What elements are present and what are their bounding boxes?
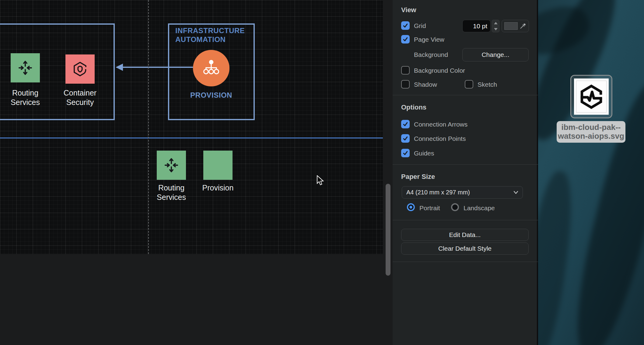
checkmark-icon	[402, 135, 408, 141]
connection-points-label: Connection Points	[414, 135, 466, 142]
section-divider	[393, 95, 538, 95]
provision-hierarchy-icon	[201, 58, 221, 78]
wallpaper-shape	[538, 169, 579, 345]
background-change-button[interactable]: Change...	[462, 48, 529, 61]
grid-size-stepper[interactable]	[492, 20, 499, 32]
paper-size-dropdown[interactable]: A4 (210 mm x 297 mm)	[402, 186, 523, 199]
node-provision-2[interactable]	[203, 151, 233, 180]
options-section-header: Options	[401, 103, 426, 111]
page-grid-area[interactable]: Routing Services Container Security I	[0, 0, 383, 254]
label-routing-services: Routing Services	[0, 88, 51, 107]
view-section-header: View	[401, 6, 416, 14]
format-panel: View Grid 10 pt	[393, 0, 538, 345]
guides-checkbox[interactable]	[401, 149, 410, 157]
edit-data-button[interactable]: Edit Data...	[401, 229, 529, 241]
section-divider	[393, 262, 538, 262]
label-provision: PROVISION	[181, 91, 242, 99]
portrait-label: Portrait	[419, 204, 440, 212]
grid-color-button[interactable]	[502, 20, 529, 32]
mouse-cursor	[317, 175, 324, 186]
landscape-label: Landscape	[464, 204, 495, 212]
background-label: Background	[414, 51, 448, 58]
desktop-wallpaper: ibm-cloud-pak-- watson-aiops.svg	[538, 0, 644, 345]
page-view-checkbox[interactable]	[401, 35, 410, 44]
vertical-scrollbar[interactable]	[386, 184, 390, 276]
node-container-security[interactable]	[65, 54, 95, 84]
checkmark-icon	[402, 121, 408, 127]
guides-label: Guides	[414, 150, 434, 157]
background-color-label: Background Color	[414, 67, 465, 74]
connection-arrows-checkbox[interactable]	[401, 120, 410, 128]
section-divider	[393, 164, 538, 165]
shadow-label: Shadow	[414, 81, 437, 88]
sketch-label: Sketch	[478, 81, 497, 88]
svg-file-preview	[574, 78, 609, 115]
drawing-canvas[interactable]: Routing Services Container Security I	[0, 0, 393, 345]
screen: Routing Services Container Security I	[0, 0, 644, 345]
page-view-label: Page View	[414, 36, 444, 43]
grid-color-swatch	[504, 22, 518, 30]
portrait-radio[interactable]	[407, 203, 415, 211]
grid-size-input[interactable]: 10 pt	[462, 20, 491, 32]
stepper-down-button[interactable]	[492, 26, 499, 32]
aiops-hexagon-pulse-icon	[579, 84, 604, 110]
container-security-icon	[72, 61, 89, 78]
checkmark-icon	[402, 36, 408, 42]
sketch-checkbox[interactable]	[465, 80, 473, 89]
connection-points-checkbox[interactable]	[401, 134, 410, 143]
desktop-file-icon[interactable]	[570, 75, 612, 118]
background-color-checkbox[interactable]	[401, 66, 410, 75]
section-divider	[393, 220, 538, 220]
svg-file-preview-border	[576, 81, 607, 113]
label-routing-services-2: Routing Services	[145, 183, 197, 202]
shadow-checkbox[interactable]	[401, 80, 410, 89]
eyedropper-icon	[520, 23, 526, 30]
checkmark-icon	[402, 23, 408, 29]
node-routing-services[interactable]	[11, 53, 40, 82]
node-routing-services-2[interactable]	[157, 151, 186, 180]
label-provision-2: Provision	[192, 183, 244, 193]
paper-size-section-header: Paper Size	[401, 173, 435, 181]
connector-edge[interactable]	[122, 67, 193, 68]
connection-arrows-label: Connection Arrows	[414, 121, 467, 128]
routing-icon	[17, 59, 34, 76]
grid-checkbox[interactable]	[401, 21, 410, 30]
connector-arrowhead	[115, 63, 123, 72]
grid-label: Grid	[414, 22, 426, 30]
checkmark-icon	[402, 150, 408, 156]
horizontal-blue-line[interactable]	[0, 138, 383, 138]
label-container-security: Container Security	[54, 88, 106, 107]
routing-icon	[163, 157, 180, 174]
landscape-radio[interactable]	[451, 203, 459, 211]
desktop-file-name[interactable]: ibm-cloud-pak-- watson-aiops.svg	[557, 121, 625, 143]
title-infrastructure-automation: INFRASTRUCTURE AUTOMATION	[175, 26, 245, 44]
node-provision[interactable]	[193, 50, 229, 86]
stepper-up-button[interactable]	[492, 20, 499, 26]
clear-default-style-button[interactable]: Clear Default Style	[401, 242, 529, 255]
paper-size-value: A4 (210 mm x 297 mm)	[406, 189, 470, 196]
chevron-down-icon	[513, 191, 518, 194]
page-break-dashed-line	[148, 0, 149, 254]
